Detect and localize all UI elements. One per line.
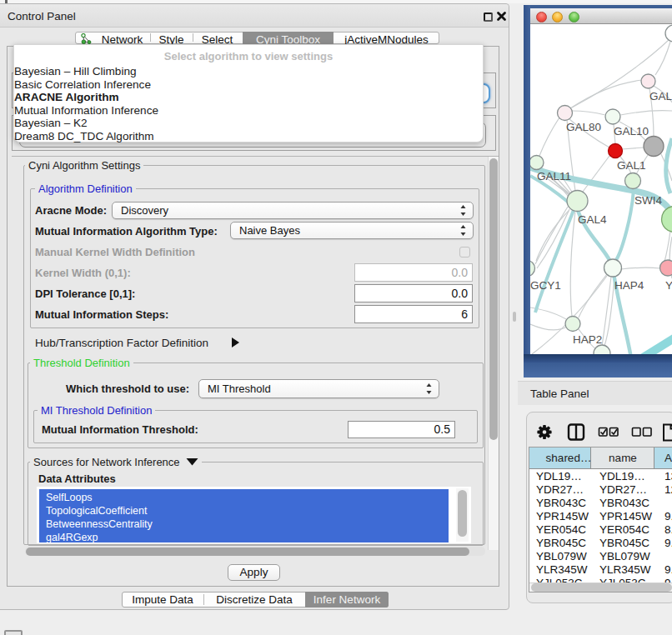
svg-text:Y: Y: [665, 279, 672, 292]
svg-text:GAL4: GAL4: [578, 213, 607, 226]
svg-text:GAL80: GAL80: [566, 121, 601, 133]
svg-text:GAL10: GAL10: [614, 125, 649, 138]
svg-text:SWI4: SWI4: [634, 194, 662, 207]
svg-text:GAL1: GAL1: [617, 159, 646, 172]
svg-text:HAP4: HAP4: [614, 279, 644, 292]
svg-text:GAL7: GAL7: [649, 90, 672, 102]
svg-text:GAL11: GAL11: [537, 170, 571, 182]
svg-text:HAP2: HAP2: [573, 333, 602, 346]
svg-text:GCY1: GCY1: [530, 279, 561, 292]
